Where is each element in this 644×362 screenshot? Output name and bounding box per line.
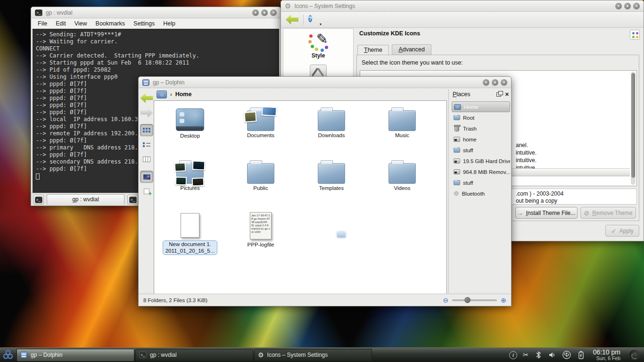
folder-item[interactable]: Pictures xyxy=(155,157,225,210)
menu-view[interactable]: View xyxy=(74,20,87,27)
file-item[interactable]: Jan 17 09:47:18 gp-Aspire-5738 pppd[1946… xyxy=(225,210,296,263)
minimize-button[interactable]: ▾ xyxy=(483,79,489,86)
tab-theme[interactable]: Theme xyxy=(357,45,389,55)
terminal-icon: >_ xyxy=(129,197,137,203)
details-view-button[interactable] xyxy=(140,139,153,151)
zoom-in-icon[interactable]: ⊕ xyxy=(501,297,506,304)
apply-button[interactable]: ✓ Apply xyxy=(605,225,639,237)
bluetooth-icon[interactable] xyxy=(535,351,542,359)
folder-icon xyxy=(388,110,416,131)
task-wvdial[interactable]: >_ gp : wvdial xyxy=(135,349,253,362)
places-item-stuff2[interactable]: stuff xyxy=(452,177,510,188)
maximize-button[interactable]: ● xyxy=(261,9,268,16)
file-item-selected[interactable]: New document 1.2011_01_20_16_5... xyxy=(155,210,225,263)
maximize-button[interactable]: ● xyxy=(624,3,631,9)
folder-item[interactable]: Templates xyxy=(296,157,367,210)
dolphin-file-view[interactable]: Desktop Documents Downloads Music Pictur… xyxy=(154,100,447,295)
back-button[interactable] xyxy=(140,92,153,104)
zoom-slider[interactable] xyxy=(452,299,497,301)
minimize-button[interactable]: ▾ xyxy=(615,3,622,9)
task-system-settings[interactable]: ⚙ Icons – System Settings xyxy=(254,349,372,362)
menu-settings[interactable]: Settings xyxy=(133,20,155,27)
preview-icon xyxy=(143,174,151,180)
new-tab-button[interactable]: >_ xyxy=(33,195,44,205)
preview-button[interactable] xyxy=(140,171,153,183)
volume-icon[interactable] xyxy=(548,351,556,359)
tab-list-button[interactable]: >_ xyxy=(127,195,138,205)
folder-item[interactable]: Downloads xyxy=(296,105,367,157)
syset-titlebar[interactable]: ⚙ Icons – System Settings ▾ ● ✕ xyxy=(281,0,644,12)
menu-bookmarks[interactable]: Bookmarks xyxy=(96,20,125,27)
zoom-out-icon[interactable]: ⊖ xyxy=(443,297,449,304)
places-item-root[interactable]: Root xyxy=(452,112,510,123)
back-icon[interactable] xyxy=(286,15,298,25)
columns-view-button[interactable] xyxy=(140,153,153,165)
folder-item[interactable]: Desktop xyxy=(155,105,225,157)
places-item-trash[interactable]: Trash xyxy=(452,123,510,134)
scrollbar[interactable] xyxy=(631,72,636,185)
folder-item[interactable]: Public xyxy=(225,157,296,210)
dolphin-titlebar[interactable]: gp – Dolphin ▾ ● ✕ xyxy=(139,77,511,88)
terminal-icon: >_ xyxy=(35,197,42,203)
sidebar-item-style[interactable]: ✎ Style xyxy=(283,32,353,59)
install-theme-button[interactable]: → Install Theme File... xyxy=(515,207,578,219)
remove-theme-label: Remove Theme xyxy=(592,210,632,216)
tab-advanced[interactable]: Advanced xyxy=(392,44,431,55)
konsole-titlebar[interactable]: >_ gp : wvdial ▾ ● ✕ xyxy=(31,7,281,18)
detach-panel-icon[interactable] xyxy=(496,92,501,97)
places-item-home-partition[interactable]: home xyxy=(452,134,510,145)
klipper-scissors-icon[interactable]: ✂ xyxy=(523,351,529,359)
removable-drive-icon xyxy=(454,169,460,174)
file-grid: Desktop Documents Downloads Music Pictur… xyxy=(155,105,438,263)
theme-desc-line: .com ) - 2003-2004 xyxy=(516,190,563,197)
folder-item[interactable]: Videos xyxy=(367,157,438,210)
maximize-button[interactable]: ● xyxy=(492,79,498,86)
konsole-tab[interactable]: gp : wvdial xyxy=(47,194,124,205)
drag-ghost-icon xyxy=(337,232,346,238)
folder-icon xyxy=(318,110,345,131)
dolphin-statusbar: 8 Folders, 2 Files (3.3 KiB) ⊖ ⊕ xyxy=(139,294,511,306)
places-item-removable[interactable]: 964.8 MiB Remov... xyxy=(452,166,510,177)
remove-theme-button[interactable]: ⊘ Remove Theme xyxy=(580,207,636,219)
home-icon[interactable]: ⌂ xyxy=(157,90,167,99)
breadcrumb-home[interactable]: Home xyxy=(175,91,192,98)
help-button[interactable]: ? ▾ xyxy=(308,14,320,25)
task-dolphin[interactable]: gp – Dolphin xyxy=(17,349,134,362)
places-item-bluetooth[interactable]: ⚙Bluetooth xyxy=(452,188,510,199)
dolphin-icon xyxy=(142,79,149,86)
places-item-home[interactable]: ⌂Home xyxy=(452,101,510,112)
clock[interactable]: 06:10 pm Sun, 6 Feb xyxy=(590,349,623,362)
install-theme-label: Install Theme File... xyxy=(526,210,576,216)
zoom-slider-thumb[interactable] xyxy=(464,297,471,303)
folder-label: Music xyxy=(367,132,438,138)
battery-icon[interactable] xyxy=(577,350,585,360)
usb-device-icon[interactable] xyxy=(562,351,571,359)
system-tray: i ✂ 06:10 pm Sun, 6 Feb xyxy=(509,349,644,362)
menu-edit[interactable]: Edit xyxy=(56,20,66,27)
close-button[interactable]: ✕ xyxy=(633,3,640,9)
places-item-hard-drive[interactable]: 19.5 GiB Hard Drive xyxy=(452,156,510,166)
scrollbar-thumb[interactable] xyxy=(631,73,635,178)
sidebar-item-label: Style xyxy=(283,52,353,59)
split-view-button[interactable]: + xyxy=(140,185,153,197)
folder-item[interactable]: Documents xyxy=(225,105,296,157)
places-item-stuff[interactable]: stuff xyxy=(452,145,510,156)
forward-button[interactable] xyxy=(140,107,153,119)
icons-view-button[interactable] xyxy=(140,124,153,136)
task-label: Icons – System Settings xyxy=(267,352,328,358)
panel-cashew-icon[interactable] xyxy=(629,350,639,360)
close-panel-icon[interactable]: ✕ xyxy=(505,91,509,98)
close-button[interactable]: ✕ xyxy=(501,79,507,86)
folder-item[interactable]: Music xyxy=(367,105,438,157)
app-launcher-button[interactable] xyxy=(0,348,16,362)
menu-help[interactable]: Help xyxy=(163,20,175,27)
forward-icon xyxy=(140,108,153,118)
menu-file[interactable]: File xyxy=(38,20,47,27)
minimize-button[interactable]: ▾ xyxy=(252,9,259,16)
konsole-title: gp : wvdial xyxy=(46,9,73,16)
select-theme-label: Select the icon theme you want to use: xyxy=(362,59,463,66)
chevron-right-icon: › xyxy=(170,91,172,97)
info-tray-icon[interactable]: i xyxy=(509,351,517,359)
folder-icon xyxy=(247,163,274,184)
close-button[interactable]: ✕ xyxy=(270,9,277,16)
